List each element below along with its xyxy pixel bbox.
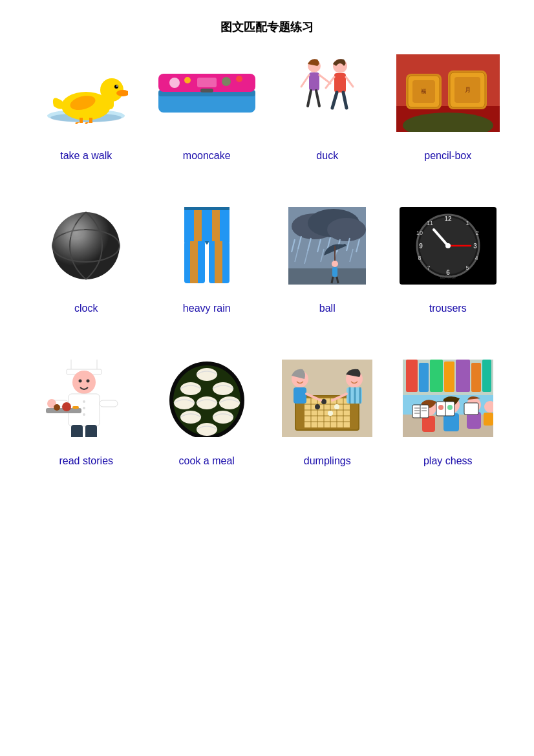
svg-rect-155 (406, 360, 418, 392)
row1-images: 福 月 (0, 48, 534, 150)
svg-point-5 (116, 85, 118, 87)
svg-text:7: 7 (427, 265, 430, 271)
svg-rect-48 (194, 210, 202, 243)
item-trousers (147, 207, 268, 290)
item-ball (26, 207, 147, 290)
svg-point-175 (438, 405, 443, 410)
item-clock: 12 3 6 9 1 2 4 5 7 8 10 11 (388, 207, 509, 290)
read-stories-image (396, 360, 500, 437)
svg-point-94 (445, 243, 451, 248)
svg-point-118 (213, 382, 233, 395)
item-walk (267, 54, 388, 137)
svg-text:5: 5 (465, 265, 469, 271)
svg-point-18 (236, 76, 242, 82)
svg-point-99 (79, 379, 82, 382)
item-cook (26, 360, 147, 442)
svg-rect-161 (482, 360, 491, 392)
svg-rect-179 (464, 403, 478, 415)
svg-point-116 (197, 368, 217, 381)
svg-rect-8 (80, 118, 83, 123)
svg-line-24 (301, 75, 309, 87)
item-dumplings (147, 360, 268, 442)
label-clock: clock (26, 303, 147, 314)
svg-rect-21 (309, 72, 319, 91)
label-read-stories: read stories (26, 455, 147, 467)
walk-image (275, 54, 379, 132)
item-rain (267, 207, 388, 290)
svg-point-100 (87, 379, 90, 382)
svg-point-119 (174, 396, 195, 409)
row1-labels: take a walk mooncake duck pencil-box (0, 150, 534, 162)
svg-line-28 (332, 92, 337, 108)
svg-rect-128 (304, 398, 350, 427)
clock-image: 12 3 6 9 1 2 4 5 7 8 10 11 (396, 207, 500, 285)
svg-line-23 (316, 91, 319, 106)
mooncake-image: 福 月 (396, 54, 500, 132)
svg-point-123 (213, 411, 233, 424)
svg-point-4 (114, 85, 118, 89)
svg-text:10: 10 (416, 230, 423, 236)
svg-line-75 (332, 277, 333, 283)
svg-rect-144 (294, 387, 306, 404)
svg-rect-16 (197, 78, 217, 87)
svg-rect-51 (190, 241, 198, 283)
svg-rect-74 (332, 267, 337, 277)
svg-rect-181 (484, 413, 493, 426)
row3-images (0, 353, 534, 455)
svg-text:12: 12 (444, 215, 452, 222)
svg-text:8: 8 (418, 255, 421, 261)
svg-line-76 (337, 277, 338, 283)
svg-rect-53 (215, 241, 222, 283)
dumplings-image (155, 360, 259, 437)
svg-point-121 (219, 396, 240, 409)
svg-line-31 (346, 77, 353, 87)
svg-rect-110 (72, 406, 79, 409)
rain-image (275, 207, 379, 285)
svg-text:1: 1 (465, 220, 469, 226)
svg-rect-111 (100, 400, 118, 407)
svg-point-45 (65, 225, 85, 238)
svg-text:月: 月 (464, 87, 470, 93)
label-heavy-rain: heavy rain (147, 303, 268, 314)
svg-rect-112 (71, 425, 83, 438)
svg-point-176 (447, 405, 453, 410)
svg-point-104 (83, 413, 85, 416)
svg-point-103 (83, 407, 85, 409)
cook-image (34, 360, 138, 437)
svg-text:福: 福 (420, 88, 426, 94)
svg-rect-10 (102, 96, 114, 109)
svg-rect-113 (85, 425, 97, 438)
item-mooncake: 福 月 (388, 54, 509, 137)
svg-point-124 (197, 423, 217, 436)
svg-point-139 (315, 404, 320, 409)
svg-rect-160 (471, 363, 481, 392)
label-duck: duck (267, 150, 388, 162)
svg-point-57 (327, 218, 366, 241)
svg-point-108 (54, 404, 60, 411)
svg-text:2: 2 (475, 230, 478, 236)
svg-rect-159 (456, 360, 470, 392)
svg-text:11: 11 (427, 220, 433, 226)
svg-point-141 (321, 399, 326, 404)
svg-text:3: 3 (473, 243, 477, 250)
ball-image (34, 207, 138, 285)
label-cook-meal: cook a meal (147, 455, 268, 467)
row3-labels: read stories cook a meal dumplings play … (0, 455, 534, 467)
svg-point-109 (62, 402, 71, 411)
svg-line-30 (326, 77, 334, 88)
svg-rect-49 (212, 210, 220, 243)
trousers-image (155, 207, 259, 285)
svg-point-14 (169, 78, 180, 88)
svg-rect-27 (334, 73, 346, 92)
chess-people-image (275, 360, 379, 437)
svg-text:4: 4 (475, 255, 478, 261)
duck-image (34, 54, 138, 132)
page-title: 图文匹配专题练习 (0, 0, 534, 48)
svg-rect-157 (430, 360, 443, 392)
svg-rect-58 (288, 268, 366, 285)
svg-line-22 (308, 91, 311, 106)
label-pencilbox: pencil-box (388, 150, 509, 162)
item-pencilbox (147, 54, 268, 137)
label-play-chess: play chess (388, 455, 509, 467)
svg-point-73 (332, 261, 338, 267)
